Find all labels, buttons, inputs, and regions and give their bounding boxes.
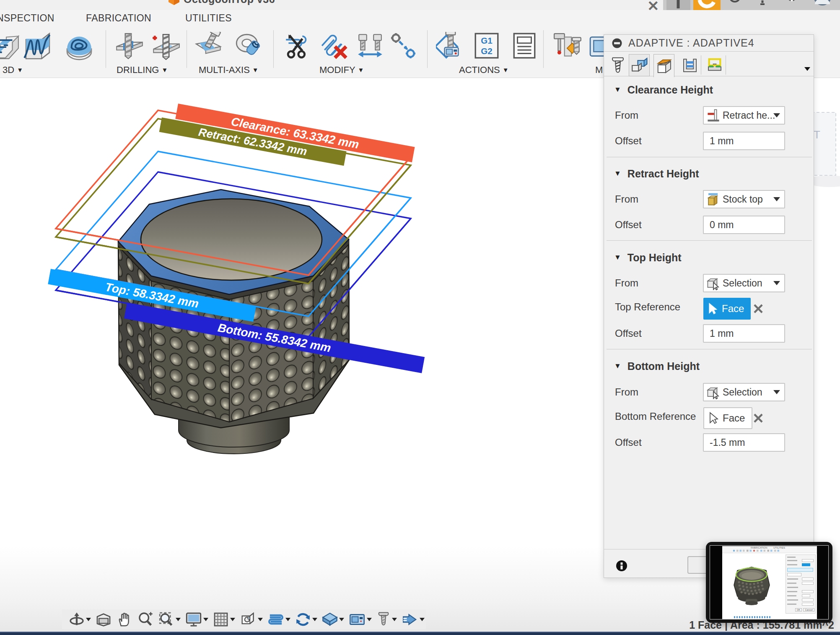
pip-mini-ribbon: FABRICATION UTILITIES bbox=[722, 546, 817, 553]
orbit-button[interactable] bbox=[67, 611, 92, 628]
tab-tool[interactable] bbox=[607, 55, 628, 76]
group-label-multiaxis[interactable]: MULTI-AXIS▼ bbox=[199, 65, 259, 75]
top-from-dropdown[interactable]: Selection bbox=[703, 274, 785, 292]
tab-utilities[interactable]: UTILITIES bbox=[185, 13, 232, 24]
steep-and-shallow-icon[interactable] bbox=[0, 32, 21, 60]
tab-fabrication[interactable]: FABRICATION bbox=[86, 13, 151, 24]
move-toolpath-icon[interactable] bbox=[355, 32, 385, 61]
group-separator bbox=[106, 30, 106, 68]
tab-inspection[interactable]: NSPECTION bbox=[0, 13, 54, 24]
clock-icon[interactable] bbox=[729, 0, 741, 10]
pip-window[interactable]: FABRICATION UTILITIES bbox=[706, 542, 832, 623]
section-top-height[interactable]: ▼Top Height bbox=[614, 251, 682, 264]
top-offset-input[interactable]: 1 mm bbox=[703, 324, 785, 343]
bottom-offset-input[interactable]: -1.5 mm bbox=[703, 433, 785, 452]
collapse-icon[interactable] bbox=[612, 38, 622, 49]
clearance-from-dropdown[interactable]: Retract he... bbox=[703, 106, 785, 125]
group-label-manage[interactable]: M bbox=[595, 65, 603, 75]
dropdown-caret[interactable] bbox=[258, 618, 263, 621]
tab-passes[interactable] bbox=[679, 55, 700, 76]
morphed-spiral-icon[interactable] bbox=[65, 32, 94, 60]
dropdown-caret[interactable] bbox=[203, 618, 208, 621]
section-clearance-height[interactable]: ▼Clearance Height bbox=[614, 83, 713, 96]
machine-display-button[interactable] bbox=[347, 611, 373, 628]
group-separator bbox=[273, 30, 274, 68]
section-retract-height[interactable]: ▼Retract Height bbox=[614, 167, 699, 180]
post-button[interactable] bbox=[400, 611, 426, 628]
top-reference-face-button[interactable]: Face bbox=[703, 298, 751, 320]
tab-separator bbox=[726, 55, 726, 75]
rotary-icon[interactable] bbox=[233, 32, 264, 61]
group-separator bbox=[427, 30, 428, 68]
tab-overflow-caret[interactable] bbox=[804, 67, 810, 71]
post-process-icon[interactable] bbox=[436, 32, 467, 63]
tool-display-button[interactable] bbox=[375, 611, 398, 628]
close-icon[interactable]: ✕ bbox=[647, 0, 660, 10]
fit-icon bbox=[158, 611, 175, 628]
setup-sheet-icon[interactable] bbox=[511, 32, 537, 60]
pip-mini-dialog: OK Cancel bbox=[786, 554, 816, 614]
zoom-button[interactable] bbox=[136, 611, 155, 628]
dropdown-caret[interactable] bbox=[339, 618, 344, 621]
toolpath-display-button[interactable] bbox=[266, 611, 292, 628]
zoom-icon bbox=[137, 611, 154, 628]
drill-icon[interactable] bbox=[114, 32, 145, 61]
group-label-modify[interactable]: MODIFY▼ bbox=[319, 65, 364, 75]
pan-button[interactable] bbox=[115, 611, 134, 628]
viewport-layout-icon bbox=[239, 611, 257, 628]
dropdown-caret[interactable] bbox=[176, 618, 181, 621]
simulate-icon bbox=[295, 611, 311, 628]
extensions-button[interactable] bbox=[666, 0, 690, 10]
job-status-button[interactable] bbox=[693, 0, 721, 10]
section-bottom-height[interactable]: ▼Bottom Height bbox=[614, 360, 700, 372]
selection-icon bbox=[706, 276, 721, 290]
dropdown-caret[interactable] bbox=[392, 618, 397, 621]
top-reference-label: Top Reference bbox=[615, 298, 680, 316]
retract-offset-input[interactable]: 0 mm bbox=[703, 216, 785, 234]
bottom-reference-clear-icon[interactable] bbox=[753, 407, 764, 429]
drill-add-icon[interactable] bbox=[150, 32, 181, 61]
swarf-icon[interactable] bbox=[194, 32, 226, 61]
avatar[interactable] bbox=[813, 0, 832, 10]
top-reference-clear-icon[interactable] bbox=[753, 298, 764, 320]
pip-mini-fusion-window: FABRICATION UTILITIES bbox=[722, 546, 817, 619]
retract-from-dropdown[interactable]: Stock top bbox=[703, 190, 785, 208]
dialog-tabstrip bbox=[604, 52, 814, 76]
help-icon[interactable] bbox=[786, 0, 797, 10]
clearance-offset-input[interactable]: 1 mm bbox=[703, 132, 785, 150]
stock-display-button[interactable] bbox=[320, 611, 345, 628]
group-label-3d[interactable]: 3D▼ bbox=[3, 65, 23, 75]
nc-code-icon[interactable]: G1 G2 bbox=[474, 32, 500, 60]
dropdown-caret[interactable] bbox=[285, 618, 290, 621]
look-at-button[interactable] bbox=[94, 611, 113, 628]
simulate-button[interactable] bbox=[293, 611, 319, 628]
info-icon[interactable] bbox=[616, 560, 627, 572]
parallel-icon[interactable] bbox=[23, 32, 53, 60]
display-settings-button[interactable] bbox=[184, 611, 210, 628]
bottom-reference-face-button[interactable]: Face bbox=[703, 407, 752, 429]
dropdown-caret[interactable] bbox=[367, 618, 372, 621]
tab-linking[interactable] bbox=[704, 55, 725, 76]
dropdown-caret[interactable] bbox=[312, 618, 317, 621]
viewport-layout-button[interactable] bbox=[238, 611, 264, 628]
notification-bell-icon[interactable] bbox=[756, 0, 769, 10]
group-label-drilling[interactable]: DRILLING▼ bbox=[117, 65, 168, 75]
cursor-icon bbox=[708, 302, 718, 315]
tab-heights[interactable] bbox=[653, 54, 674, 77]
grid-snaps-button[interactable] bbox=[211, 611, 236, 628]
tab-geometry[interactable] bbox=[629, 54, 650, 76]
dropdown-caret[interactable] bbox=[420, 618, 425, 621]
document-title: OctogoonTop v36 bbox=[168, 0, 275, 7]
group-label-actions[interactable]: ACTIONS▼ bbox=[459, 65, 509, 75]
bottom-from-dropdown[interactable]: Selection bbox=[703, 383, 785, 401]
dropdown-caret[interactable] bbox=[86, 618, 91, 621]
bottom-reference-label: Bottom Reference bbox=[615, 407, 696, 426]
fit-button[interactable] bbox=[157, 611, 182, 628]
dialog-titlebar[interactable]: ADAPTIVE : ADAPTIVE4 bbox=[604, 35, 814, 52]
toolpath-point-icon[interactable] bbox=[390, 32, 417, 61]
clearance-from-label: From bbox=[615, 106, 638, 125]
trim-toolpath-icon[interactable] bbox=[283, 32, 313, 61]
dropdown-caret[interactable] bbox=[230, 618, 235, 621]
probe-icon[interactable] bbox=[552, 32, 584, 63]
delete-passes-icon[interactable] bbox=[320, 32, 350, 61]
